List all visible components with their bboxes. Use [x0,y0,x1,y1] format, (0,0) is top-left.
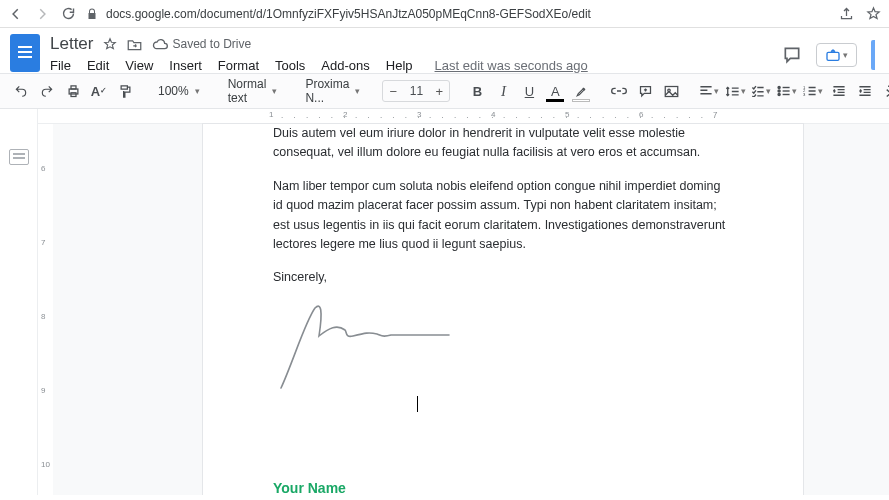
redo-button[interactable] [36,79,58,103]
style-select[interactable]: Normal text▾ [222,77,284,105]
print-button[interactable] [62,79,84,103]
numbered-list-button[interactable]: 123▾ [802,79,824,103]
insert-link-button[interactable] [608,79,630,103]
closing-text[interactable]: Sincerely, [273,268,733,287]
decrease-indent-button[interactable] [828,79,850,103]
menu-insert[interactable]: Insert [169,58,202,73]
italic-button[interactable]: I [492,79,514,103]
svg-point-6 [778,86,780,88]
align-button[interactable]: ▾ [698,79,720,103]
workspace: 1 · · · · · · 2 · · · · · · 3 · · · · · … [0,109,889,495]
star-doc-icon[interactable] [103,37,117,51]
undo-button[interactable] [10,79,32,103]
zoom-select[interactable]: 100%▾ [152,84,206,98]
underline-button[interactable]: U [518,79,540,103]
formatting-toolbar: A✓ 100%▾ Normal text▾ Proxima N...▾ − 11… [0,73,889,109]
menu-view[interactable]: View [125,58,153,73]
paint-format-button[interactable] [114,79,136,103]
svg-rect-4 [665,86,678,96]
vertical-ruler[interactable]: 6 7 8 9 10 [38,124,53,495]
line-spacing-button[interactable]: ▾ [724,79,746,103]
menu-format[interactable]: Format [218,58,259,73]
menu-bar: File Edit View Insert Format Tools Add-o… [50,58,782,73]
font-size-value[interactable]: 11 [403,84,429,98]
menu-edit[interactable]: Edit [87,58,109,73]
body-paragraph[interactable]: Nam liber tempor cum soluta nobis eleife… [273,177,733,255]
svg-text:3: 3 [803,92,806,97]
clear-formatting-button[interactable] [880,79,889,103]
menu-addons[interactable]: Add-ons [321,58,369,73]
cloud-icon [152,38,168,50]
canvas: 1 · · · · · · 2 · · · · · · 3 · · · · · … [38,109,889,495]
body-paragraph[interactable]: Duis autem vel eum iriure dolor in hendr… [273,124,733,163]
font-select[interactable]: Proxima N...▾ [299,77,366,105]
document-page[interactable]: Duis autem vel eum iriure dolor in hendr… [203,124,803,495]
svg-point-8 [778,93,780,95]
insert-comment-button[interactable] [634,79,656,103]
browser-toolbar: docs.google.com/document/d/1OmnfyziFXFyi… [0,0,889,28]
save-status-text: Saved to Drive [172,37,251,51]
account-avatar[interactable] [871,40,875,70]
increase-indent-button[interactable] [854,79,876,103]
font-size-control[interactable]: − 11 + [382,80,450,102]
spellcheck-button[interactable]: A✓ [88,79,110,103]
menu-file[interactable]: File [50,58,71,73]
move-doc-icon[interactable] [127,38,142,51]
share-button[interactable]: ▾ [816,43,857,67]
text-color-button[interactable]: A [544,79,566,103]
outline-icon[interactable] [9,149,29,165]
comments-icon[interactable] [782,45,802,65]
checklist-button[interactable]: ▾ [750,79,772,103]
reload-button[interactable] [60,6,76,21]
highlight-button[interactable] [570,79,592,103]
horizontal-ruler[interactable]: 1 · · · · · · 2 · · · · · · 3 · · · · · … [38,109,889,124]
chevron-down-icon: ▾ [843,50,848,60]
menu-tools[interactable]: Tools [275,58,305,73]
docs-logo-icon[interactable] [10,34,40,72]
left-rail [0,109,38,495]
document-title[interactable]: Letter [50,34,93,54]
signature-name[interactable]: Your Name [273,478,733,495]
bold-button[interactable]: B [466,79,488,103]
last-edit-link[interactable]: Last edit was seconds ago [435,58,588,73]
svg-rect-0 [827,52,839,60]
star-icon[interactable] [866,6,881,21]
share-icon[interactable] [839,6,854,21]
increase-font-button[interactable]: + [429,84,449,99]
svg-rect-2 [71,85,76,88]
forward-button[interactable] [34,7,50,21]
save-status[interactable]: Saved to Drive [152,37,251,51]
decrease-font-button[interactable]: − [383,84,403,99]
bullet-list-button[interactable]: ▾ [776,79,798,103]
url-text: docs.google.com/document/d/1OmnfyziFXFyi… [106,7,591,21]
menu-help[interactable]: Help [386,58,413,73]
insert-image-button[interactable] [660,79,682,103]
signature-image[interactable] [273,302,733,392]
back-button[interactable] [8,7,24,21]
svg-point-7 [778,90,780,92]
address-bar[interactable]: docs.google.com/document/d/1OmnfyziFXFyi… [86,7,829,21]
lock-icon [86,8,98,20]
docs-header: Letter Saved to Drive File Edit View Ins… [0,28,889,73]
text-cursor [273,396,733,418]
